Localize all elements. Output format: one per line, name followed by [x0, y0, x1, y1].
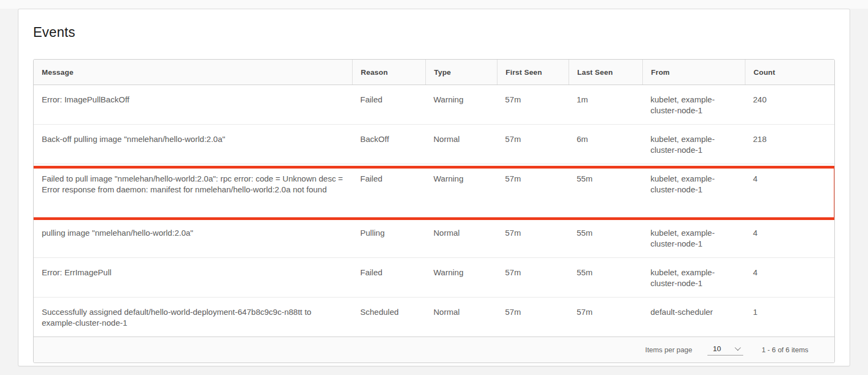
cell-last-seen: 55m — [569, 164, 642, 218]
cell-first-seen: 57m — [497, 218, 569, 257]
table-row: Back-off pulling image "nmelehan/hello-w… — [34, 124, 834, 164]
cell-type: Warning — [425, 258, 497, 297]
cell-message: Back-off pulling image "nmelehan/hello-w… — [34, 125, 352, 164]
events-card: Events Message Reason Type First Seen La… — [18, 9, 850, 366]
cell-last-seen: 6m — [569, 125, 642, 164]
items-per-page-label: Items per page — [645, 346, 692, 354]
column-header-last-seen: Last Seen — [569, 60, 642, 85]
table-header-row: Message Reason Type First Seen Last Seen… — [34, 60, 834, 85]
cell-from: kubelet, example-cluster-node-1 — [642, 258, 745, 297]
page-title: Events — [33, 24, 835, 40]
cell-count: 4 — [745, 218, 834, 257]
cell-count: 4 — [745, 164, 834, 218]
cell-from: kubelet, example-cluster-node-1 — [642, 125, 745, 164]
items-per-page-value: 10 — [713, 345, 721, 353]
cell-type: Normal — [425, 298, 497, 337]
pagination-range: 1 - 6 of 6 items — [762, 346, 808, 354]
column-header-first-seen: First Seen — [497, 60, 569, 85]
column-header-reason: Reason — [352, 60, 425, 85]
events-table: Message Reason Type First Seen Last Seen… — [33, 59, 835, 363]
table-row: Error: ErrImagePull Failed Warning 57m 5… — [34, 257, 834, 297]
cell-first-seen: 57m — [497, 164, 569, 218]
column-header-from: From — [642, 60, 745, 85]
table-footer: Items per page 10 1 - 6 of 6 items — [34, 337, 834, 363]
cell-reason: Failed — [352, 164, 425, 218]
cell-count: 240 — [745, 85, 834, 124]
cell-type: Warning — [425, 164, 497, 218]
cell-last-seen: 1m — [569, 85, 642, 124]
cell-reason: BackOff — [352, 125, 425, 164]
page-background — [0, 0, 868, 9]
cell-first-seen: 57m — [497, 85, 569, 124]
cell-from: kubelet, example-cluster-node-1 — [642, 164, 745, 218]
cell-reason: Pulling — [352, 218, 425, 257]
cell-last-seen: 57m — [569, 298, 642, 337]
column-header-message: Message — [34, 60, 352, 85]
cell-first-seen: 57m — [497, 258, 569, 297]
column-header-count: Count — [745, 60, 834, 85]
items-per-page-select[interactable]: 10 — [707, 345, 743, 355]
cell-count: 1 — [745, 298, 834, 337]
cell-from: default-scheduler — [642, 298, 745, 337]
cell-reason: Scheduled — [352, 298, 425, 337]
cell-first-seen: 57m — [497, 298, 569, 337]
cell-message: pulling image "nmelehan/hello-world:2.0a… — [34, 218, 352, 257]
cell-type: Normal — [425, 218, 497, 257]
cell-last-seen: 55m — [569, 218, 642, 257]
table-body: Error: ImagePullBackOff Failed Warning 5… — [34, 85, 834, 337]
table-row: Failed to pull image "nmelehan/hello-wor… — [34, 164, 834, 218]
chevron-down-icon — [735, 345, 741, 351]
cell-type: Normal — [425, 125, 497, 164]
column-header-type: Type — [425, 60, 497, 85]
cell-first-seen: 57m — [497, 125, 569, 164]
cell-reason: Failed — [352, 258, 425, 297]
cell-from: kubelet, example-cluster-node-1 — [642, 218, 745, 257]
cell-reason: Failed — [352, 85, 425, 124]
table-row: pulling image "nmelehan/hello-world:2.0a… — [34, 218, 834, 257]
cell-message: Successfully assigned default/hello-worl… — [34, 298, 352, 337]
table-row: Error: ImagePullBackOff Failed Warning 5… — [34, 85, 834, 124]
cell-message: Failed to pull image "nmelehan/hello-wor… — [34, 164, 352, 218]
cell-last-seen: 55m — [569, 258, 642, 297]
cell-type: Warning — [425, 85, 497, 124]
cell-message: Error: ImagePullBackOff — [34, 85, 352, 124]
cell-count: 4 — [745, 258, 834, 297]
cell-count: 218 — [745, 125, 834, 164]
cell-from: kubelet, example-cluster-node-1 — [642, 85, 745, 124]
table-row: Successfully assigned default/hello-worl… — [34, 297, 834, 337]
cell-message: Error: ErrImagePull — [34, 258, 352, 297]
